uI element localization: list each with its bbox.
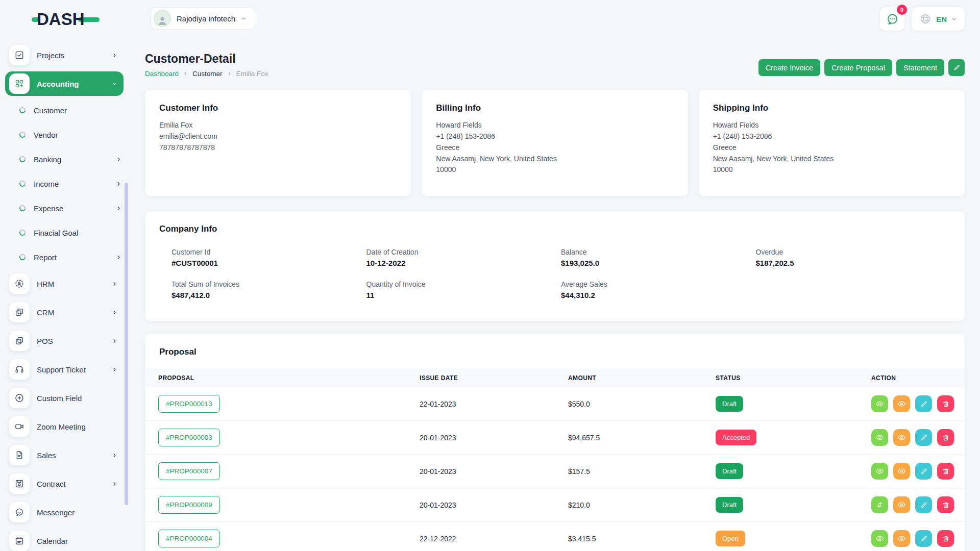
page-header-left: Customer-Detail DashboardCustomerEmilia … [145, 52, 268, 78]
sidebar-item-pos[interactable]: POS [5, 327, 124, 355]
preview-action-button[interactable] [893, 463, 910, 480]
sidebar-item-label: Calendar [37, 537, 119, 545]
calendar-icon [9, 531, 30, 551]
proposal-link[interactable]: #PROP000003 [158, 429, 220, 446]
sidebar-item-label: Support Ticket [37, 365, 105, 374]
sidebar-menu: ProjectsAccountingCustomerVendorBankingI… [0, 41, 129, 551]
sidebar-subitem-label: Income [34, 180, 108, 188]
status-badge: Accepted [716, 430, 756, 445]
delete-action-button[interactable] [937, 530, 954, 547]
edit-action-button[interactable] [915, 463, 932, 480]
sidebar-item-customer[interactable]: Customer [5, 98, 124, 122]
sidebar-item-report[interactable]: Report [5, 245, 124, 269]
delete-action-button[interactable] [937, 395, 954, 412]
sidebar-item-label: Accounting [37, 80, 105, 88]
info-line: emilia@client.com [159, 131, 397, 142]
view-action-button[interactable] [871, 530, 888, 547]
delete-action-button[interactable] [937, 496, 954, 513]
status-badge: Draft [716, 396, 743, 412]
sidebar-item-calendar[interactable]: Calendar [5, 527, 124, 551]
view-action-button[interactable] [871, 463, 888, 480]
eye-icon [875, 467, 884, 475]
edit-action-button[interactable] [915, 429, 932, 446]
sidebar-subitem-label: Banking [34, 155, 108, 164]
chevron-right-icon [116, 255, 121, 260]
edit-customer-button[interactable] [948, 59, 965, 76]
sidebar-scrollbar-thumb[interactable] [125, 183, 128, 505]
bullet-icon [18, 180, 27, 188]
column-header-amount: Amount [555, 374, 702, 382]
proposal-link[interactable]: #PROP000004 [158, 530, 220, 547]
create-invoice-button[interactable]: Create Invoice [758, 59, 821, 76]
sidebar-item-crm[interactable]: CRM [5, 298, 124, 327]
field-label: Customer Id [172, 248, 366, 256]
sidebar-item-contract[interactable]: Contract [5, 469, 124, 498]
proposal-table-header: ProposalIssue DateAmountStatusAction [145, 369, 965, 387]
bullet-icon [18, 229, 27, 237]
amount: $94,657.5 [555, 434, 702, 442]
company-info-fields: Customer Id #CUST00001Date of Creation 1… [159, 248, 950, 299]
create-proposal-button[interactable]: Create Proposal [824, 59, 892, 76]
preview-action-button[interactable] [893, 530, 910, 547]
row-actions [871, 429, 965, 446]
sidebar-item-support-ticket[interactable]: Support Ticket [5, 355, 124, 384]
messages-button[interactable]: 0 [880, 7, 904, 31]
pos-icon [9, 331, 30, 351]
row-actions [871, 496, 965, 513]
proposal-link[interactable]: #PROP000013 [158, 395, 220, 413]
sidebar-item-vendor[interactable]: Vendor [5, 122, 124, 147]
edit-action-button[interactable] [915, 395, 932, 412]
preview-action-button[interactable] [893, 496, 910, 513]
zoom-meeting-icon [9, 416, 30, 437]
breadcrumb-item-emilia-fox: Emilia Fox [236, 70, 268, 78]
delete-action-button[interactable] [937, 463, 954, 480]
sidebar-item-zoom-meeting[interactable]: Zoom Meeting [5, 412, 124, 441]
projects-icon [9, 45, 30, 65]
language-selector[interactable]: EN [912, 7, 965, 31]
edit-action-button[interactable] [915, 530, 932, 547]
field-value: $487,412.0 [172, 291, 366, 299]
bullet-icon [18, 131, 27, 139]
page-header: Customer-Detail DashboardCustomerEmilia … [145, 52, 965, 78]
logo[interactable]: DASH [0, 7, 129, 32]
issue-date: 22-01-2023 [406, 400, 555, 408]
sidebar-item-projects[interactable]: Projects [5, 41, 124, 69]
sidebar-item-income[interactable]: Income [5, 171, 124, 196]
table-row: #PROP00001322-01-2023$550.0Draft [145, 387, 965, 421]
sidebar-item-messenger[interactable]: Messenger [5, 498, 124, 527]
edit-action-button[interactable] [915, 496, 932, 513]
statement-button[interactable]: Statement [896, 59, 944, 76]
proposal-link[interactable]: #PROP000007 [158, 462, 220, 480]
person-icon [156, 14, 169, 27]
view-action-button[interactable] [871, 429, 888, 446]
sidebar-item-hrm[interactable]: HRM [5, 269, 124, 298]
proposal-link[interactable]: #PROP000009 [158, 496, 220, 514]
preview-action-button[interactable] [893, 429, 910, 446]
workspace-selector[interactable]: Rajodiya infotech [150, 7, 255, 30]
bullet-icon [18, 155, 27, 163]
convert-action-button[interactable] [871, 496, 888, 513]
delete-action-button[interactable] [937, 429, 954, 446]
pencil-icon [920, 467, 928, 475]
preview-action-button[interactable] [893, 395, 910, 412]
sidebar-item-sales[interactable]: Sales [5, 441, 124, 469]
notification-badge: 0 [897, 5, 907, 15]
status-badge: Draft [716, 497, 743, 513]
sidebar-item-expense[interactable]: Expense [5, 196, 124, 220]
sidebar-item-banking[interactable]: Banking [5, 147, 124, 171]
sidebar-item-custom-field[interactable]: Custom Field [5, 384, 124, 412]
pencil-icon [920, 400, 928, 408]
breadcrumb-item-customer[interactable]: Customer [192, 70, 223, 78]
info-line: +1 (248) 153-2086 [713, 131, 950, 142]
bullet-icon [18, 106, 27, 114]
shipping-info-card: Shipping Info Howard Fields+1 (248) 153-… [699, 90, 965, 196]
sidebar-item-accounting[interactable]: Accounting [5, 71, 124, 96]
column-header-issue-date: Issue Date [406, 374, 555, 382]
chevron-right-icon [116, 157, 121, 162]
info-line: New Aasamj, New York, United States [713, 154, 950, 165]
info-line: 78787878787878 [159, 142, 397, 154]
breadcrumb-item-dashboard[interactable]: Dashboard [145, 70, 179, 78]
view-action-button[interactable] [871, 395, 888, 412]
info-lines: Howard Fields+1 (248) 153-2086GreeceNew … [436, 120, 673, 175]
sidebar-item-finacial-goal[interactable]: Finacial Goal [5, 220, 124, 245]
